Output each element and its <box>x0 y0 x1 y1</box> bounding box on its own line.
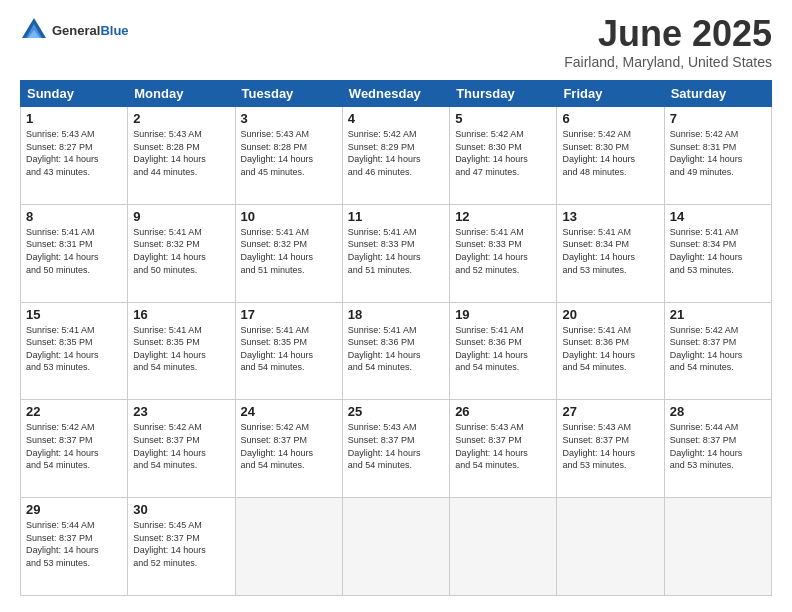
logo: GeneralBlue <box>20 16 129 44</box>
col-friday: Friday <box>557 81 664 107</box>
table-row: 24Sunrise: 5:42 AM Sunset: 8:37 PM Dayli… <box>235 400 342 498</box>
table-row <box>450 498 557 596</box>
table-row: 19Sunrise: 5:41 AM Sunset: 8:36 PM Dayli… <box>450 302 557 400</box>
header: GeneralBlue June 2025 Fairland, Maryland… <box>20 16 772 70</box>
table-row: 18Sunrise: 5:41 AM Sunset: 8:36 PM Dayli… <box>342 302 449 400</box>
table-row: 11Sunrise: 5:41 AM Sunset: 8:33 PM Dayli… <box>342 204 449 302</box>
table-row <box>342 498 449 596</box>
col-monday: Monday <box>128 81 235 107</box>
table-row: 27Sunrise: 5:43 AM Sunset: 8:37 PM Dayli… <box>557 400 664 498</box>
table-row: 13Sunrise: 5:41 AM Sunset: 8:34 PM Dayli… <box>557 204 664 302</box>
table-row: 1Sunrise: 5:43 AM Sunset: 8:27 PM Daylig… <box>21 107 128 205</box>
table-row: 16Sunrise: 5:41 AM Sunset: 8:35 PM Dayli… <box>128 302 235 400</box>
month-title: June 2025 <box>564 16 772 52</box>
calendar-header-row: Sunday Monday Tuesday Wednesday Thursday… <box>21 81 772 107</box>
table-row: 7Sunrise: 5:42 AM Sunset: 8:31 PM Daylig… <box>664 107 771 205</box>
table-row: 21Sunrise: 5:42 AM Sunset: 8:37 PM Dayli… <box>664 302 771 400</box>
col-thursday: Thursday <box>450 81 557 107</box>
table-row: 23Sunrise: 5:42 AM Sunset: 8:37 PM Dayli… <box>128 400 235 498</box>
table-row <box>235 498 342 596</box>
col-sunday: Sunday <box>21 81 128 107</box>
location: Fairland, Maryland, United States <box>564 54 772 70</box>
table-row: 15Sunrise: 5:41 AM Sunset: 8:35 PM Dayli… <box>21 302 128 400</box>
page: GeneralBlue June 2025 Fairland, Maryland… <box>0 0 792 612</box>
table-row <box>557 498 664 596</box>
table-row: 6Sunrise: 5:42 AM Sunset: 8:30 PM Daylig… <box>557 107 664 205</box>
table-row: 9Sunrise: 5:41 AM Sunset: 8:32 PM Daylig… <box>128 204 235 302</box>
col-saturday: Saturday <box>664 81 771 107</box>
table-row: 8Sunrise: 5:41 AM Sunset: 8:31 PM Daylig… <box>21 204 128 302</box>
table-row: 20Sunrise: 5:41 AM Sunset: 8:36 PM Dayli… <box>557 302 664 400</box>
logo-icon <box>20 16 48 44</box>
table-row: 17Sunrise: 5:41 AM Sunset: 8:35 PM Dayli… <box>235 302 342 400</box>
table-row: 30Sunrise: 5:45 AM Sunset: 8:37 PM Dayli… <box>128 498 235 596</box>
table-row: 12Sunrise: 5:41 AM Sunset: 8:33 PM Dayli… <box>450 204 557 302</box>
table-row: 5Sunrise: 5:42 AM Sunset: 8:30 PM Daylig… <box>450 107 557 205</box>
title-section: June 2025 Fairland, Maryland, United Sta… <box>564 16 772 70</box>
table-row: 3Sunrise: 5:43 AM Sunset: 8:28 PM Daylig… <box>235 107 342 205</box>
table-row: 22Sunrise: 5:42 AM Sunset: 8:37 PM Dayli… <box>21 400 128 498</box>
table-row: 28Sunrise: 5:44 AM Sunset: 8:37 PM Dayli… <box>664 400 771 498</box>
table-row: 26Sunrise: 5:43 AM Sunset: 8:37 PM Dayli… <box>450 400 557 498</box>
logo-general: General <box>52 23 100 38</box>
col-wednesday: Wednesday <box>342 81 449 107</box>
table-row: 2Sunrise: 5:43 AM Sunset: 8:28 PM Daylig… <box>128 107 235 205</box>
table-row: 4Sunrise: 5:42 AM Sunset: 8:29 PM Daylig… <box>342 107 449 205</box>
logo-text: GeneralBlue <box>52 23 129 38</box>
table-row: 10Sunrise: 5:41 AM Sunset: 8:32 PM Dayli… <box>235 204 342 302</box>
table-row: 29Sunrise: 5:44 AM Sunset: 8:37 PM Dayli… <box>21 498 128 596</box>
logo-blue: Blue <box>100 23 128 38</box>
table-row: 14Sunrise: 5:41 AM Sunset: 8:34 PM Dayli… <box>664 204 771 302</box>
table-row: 25Sunrise: 5:43 AM Sunset: 8:37 PM Dayli… <box>342 400 449 498</box>
table-row <box>664 498 771 596</box>
col-tuesday: Tuesday <box>235 81 342 107</box>
calendar-table: Sunday Monday Tuesday Wednesday Thursday… <box>20 80 772 596</box>
